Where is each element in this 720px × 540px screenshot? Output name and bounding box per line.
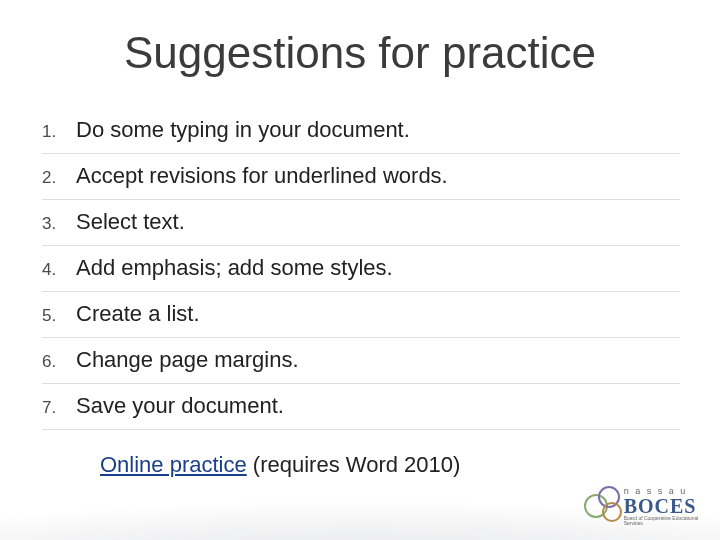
list-item: 4. Add emphasis; add some styles.	[42, 246, 680, 292]
list-item: 7. Save your document.	[42, 384, 680, 430]
footer-suffix: (requires Word 2010)	[247, 452, 461, 477]
practice-list: 1. Do some typing in your document. 2. A…	[42, 108, 680, 430]
logo-boces-text: BOCES	[624, 496, 704, 516]
list-item: 5. Create a list.	[42, 292, 680, 338]
list-text: Change page margins.	[76, 347, 299, 373]
list-text: Select text.	[76, 209, 185, 235]
list-text: Create a list.	[76, 301, 200, 327]
list-text: Accept revisions for underlined words.	[76, 163, 448, 189]
logo-sub-text: Board of Cooperative Educational Service…	[624, 516, 704, 526]
page-title: Suggestions for practice	[0, 28, 720, 78]
list-item: 6. Change page margins.	[42, 338, 680, 384]
online-practice-link[interactable]: Online practice	[100, 452, 247, 477]
boces-logo: n a s s a u BOCES Board of Cooperative E…	[584, 484, 704, 528]
list-item: 1. Do some typing in your document.	[42, 108, 680, 154]
list-number: 7.	[42, 398, 76, 418]
slide: Suggestions for practice 1. Do some typi…	[0, 0, 720, 540]
logo-text: n a s s a u BOCES Board of Cooperative E…	[624, 487, 704, 526]
list-text: Add emphasis; add some styles.	[76, 255, 393, 281]
list-number: 4.	[42, 260, 76, 280]
list-text: Save your document.	[76, 393, 284, 419]
list-item: 2. Accept revisions for underlined words…	[42, 154, 680, 200]
list-number: 2.	[42, 168, 76, 188]
list-text: Do some typing in your document.	[76, 117, 410, 143]
list-item: 3. Select text.	[42, 200, 680, 246]
footer-line: Online practice (requires Word 2010)	[100, 452, 460, 478]
logo-rings-icon	[584, 486, 618, 526]
list-number: 5.	[42, 306, 76, 326]
list-number: 3.	[42, 214, 76, 234]
list-number: 6.	[42, 352, 76, 372]
list-number: 1.	[42, 122, 76, 142]
